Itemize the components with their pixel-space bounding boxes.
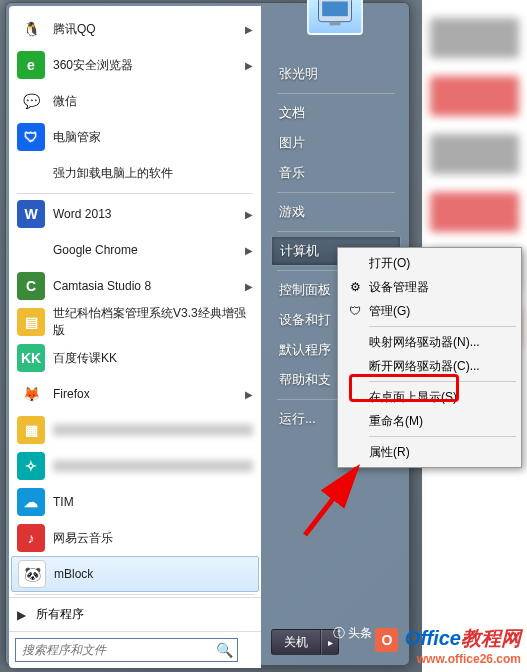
program-label xyxy=(53,460,253,472)
program-item[interactable]: 🐼 mBlock xyxy=(11,556,259,592)
search-row: 🔍 xyxy=(9,631,261,668)
watermark-brand: Office教程网 xyxy=(405,627,521,649)
watermark-logo-icon: O xyxy=(375,628,398,652)
wx-icon: 💬 xyxy=(17,87,45,115)
program-item[interactable]: e 360安全浏览器 ▶ xyxy=(11,47,259,83)
program-item[interactable]: ☁ TIM xyxy=(11,484,259,520)
kk-icon: KK xyxy=(17,344,45,372)
context-menu-item[interactable]: 映射网络驱动器(N)... xyxy=(341,330,518,354)
program-item[interactable]: 💬 微信 xyxy=(11,83,259,119)
program-label: 腾讯QQ xyxy=(53,21,245,38)
context-menu-label: 重命名(M) xyxy=(369,413,423,430)
separator xyxy=(369,381,516,382)
cs-icon: C xyxy=(17,272,45,300)
context-menu-label: 映射网络驱动器(N)... xyxy=(369,334,480,351)
context-menu-item[interactable]: 🛡管理(G) xyxy=(341,299,518,323)
program-label: 微信 xyxy=(53,93,253,110)
mb-icon: 🐼 xyxy=(18,560,46,588)
context-menu-item[interactable]: ⚙设备管理器 xyxy=(341,275,518,299)
context-menu-item[interactable]: 在桌面上显示(S) xyxy=(341,385,518,409)
360-icon: e xyxy=(17,51,45,79)
program-item[interactable]: ▤ 世纪科怡档案管理系统V3.3经典增强版 xyxy=(11,304,259,340)
right-item-label: 帮助和支 xyxy=(279,371,331,389)
all-programs-label: 所有程序 xyxy=(36,606,84,623)
program-label: 电脑管家 xyxy=(53,129,253,146)
program-item[interactable]: 🐧 腾讯QQ ▶ xyxy=(11,11,259,47)
program-label: TIM xyxy=(53,495,253,509)
svg-rect-1 xyxy=(322,2,348,17)
program-item[interactable]: C Camtasia Studio 8 ▶ xyxy=(11,268,259,304)
chevron-right-icon: ▶ xyxy=(245,209,253,220)
program-item[interactable]: 🛡 电脑管家 xyxy=(11,119,259,155)
right-menu-item[interactable]: 游戏▶ xyxy=(271,197,401,227)
right-menu-item[interactable]: 文档▶ xyxy=(271,98,401,128)
right-item-label: 游戏 xyxy=(279,203,305,221)
program-item[interactable]: ✿ 强力卸载电脑上的软件 xyxy=(11,155,259,191)
program-label: 网易云音乐 xyxy=(53,530,253,547)
qq-icon: 🐧 xyxy=(17,15,45,43)
program-item[interactable]: W Word 2013 ▶ xyxy=(11,196,259,232)
program-item[interactable]: ✧ xyxy=(11,448,259,484)
right-item-label: 图片 xyxy=(279,134,305,152)
right-item-label: 运行... xyxy=(279,410,316,428)
program-label: mBlock xyxy=(54,567,252,581)
right-item-label: 设备和打 xyxy=(279,311,331,329)
all-programs-button[interactable]: ▶ 所有程序 xyxy=(9,597,261,631)
program-item[interactable]: ◎ Google Chrome ▶ xyxy=(11,232,259,268)
search-input[interactable] xyxy=(15,638,238,662)
chevron-right-icon: ▶ xyxy=(245,60,253,71)
shutdown-button[interactable]: 关机 xyxy=(271,629,321,655)
program-label: Word 2013 xyxy=(53,207,245,221)
program-label: 世纪科怡档案管理系统V3.3经典增强版 xyxy=(53,305,253,339)
right-item-label: 默认程序 xyxy=(279,341,331,359)
wy-icon: ♪ xyxy=(17,524,45,552)
program-label: 360安全浏览器 xyxy=(53,57,245,74)
program-label: Firefox xyxy=(53,387,245,401)
program-item[interactable]: ♪ 网易云音乐 xyxy=(11,520,259,556)
separator xyxy=(15,594,255,595)
program-item[interactable]: 🦊 Firefox ▶ xyxy=(11,376,259,412)
start-menu-left: 🐧 腾讯QQ ▶e 360安全浏览器 ▶💬 微信 🛡 电脑管家 ✿ 强力卸载电脑… xyxy=(9,6,261,668)
separator xyxy=(277,231,395,232)
program-label: Google Chrome xyxy=(53,243,245,257)
right-menu-item[interactable]: 音乐▶ xyxy=(271,158,401,188)
program-item[interactable]: ▦ xyxy=(11,412,259,448)
svg-rect-2 xyxy=(330,22,341,26)
program-label: Camtasia Studio 8 xyxy=(53,279,245,293)
separator xyxy=(369,436,516,437)
context-menu-item[interactable]: 属性(R) xyxy=(341,440,518,464)
recent-programs-list: 🐧 腾讯QQ ▶e 360安全浏览器 ▶💬 微信 🛡 电脑管家 ✿ 强力卸载电脑… xyxy=(9,6,261,592)
context-menu-label: 设备管理器 xyxy=(369,279,429,296)
un-icon: ✿ xyxy=(17,159,45,187)
user-name-link[interactable]: 张光明 xyxy=(271,59,401,89)
context-menu-item[interactable]: 打开(O) xyxy=(341,251,518,275)
chevron-right-icon: ▶ xyxy=(245,281,253,292)
context-menu: 打开(O)⚙设备管理器🛡管理(G)映射网络驱动器(N)...断开网络驱动器(C)… xyxy=(337,247,522,468)
user-avatar[interactable] xyxy=(307,0,363,35)
x1-icon: ▦ xyxy=(17,416,45,444)
gj-icon: 🛡 xyxy=(17,123,45,151)
separator xyxy=(17,193,253,194)
right-item-label: 控制面板 xyxy=(279,281,331,299)
watermark: ⓣ 头条 O Office教程网 www.office26.com xyxy=(333,625,521,666)
chevron-right-icon: ▶ xyxy=(17,608,26,622)
chevron-right-icon: ▶ xyxy=(245,389,253,400)
sj-icon: ▤ xyxy=(17,308,45,336)
search-icon: 🔍 xyxy=(216,642,233,658)
wd-icon: W xyxy=(17,200,45,228)
right-item-label: 音乐 xyxy=(279,164,305,182)
program-label: 百度传课KK xyxy=(53,350,253,367)
watermark-url: www.office26.com xyxy=(333,652,521,666)
right-menu-item[interactable]: 图片▶ xyxy=(271,128,401,158)
context-menu-item[interactable]: 重命名(M) xyxy=(341,409,518,433)
context-menu-item[interactable]: 断开网络驱动器(C)... xyxy=(341,354,518,378)
chevron-right-icon: ▶ xyxy=(245,24,253,35)
separator xyxy=(277,93,395,94)
ff-icon: 🦊 xyxy=(17,380,45,408)
program-label: 强力卸载电脑上的软件 xyxy=(53,165,253,182)
tim-icon: ☁ xyxy=(17,488,45,516)
program-item[interactable]: KK 百度传课KK xyxy=(11,340,259,376)
context-menu-label: 管理(G) xyxy=(369,303,410,320)
ch-icon: ◎ xyxy=(17,236,45,264)
separator xyxy=(277,192,395,193)
